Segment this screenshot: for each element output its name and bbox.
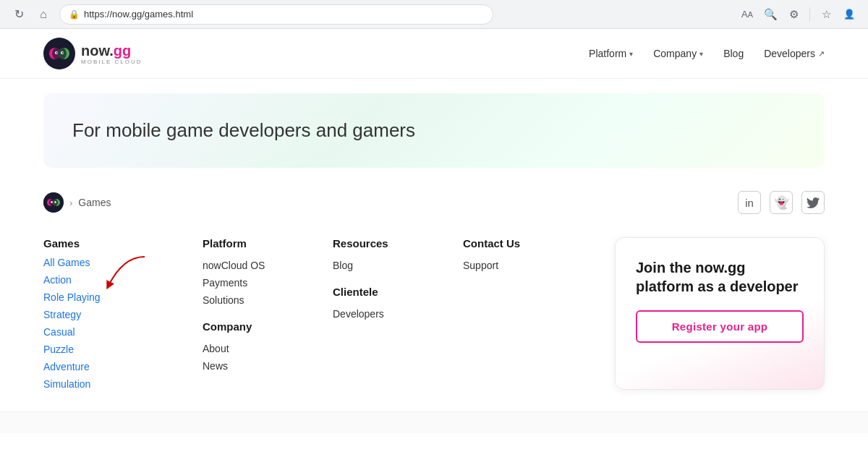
resources-column-links: Blog bbox=[333, 260, 434, 271]
platform-column: Platform nowCloud OS Payments Solutions … bbox=[203, 237, 304, 390]
link-blog[interactable]: Blog bbox=[333, 260, 434, 271]
contact-column-title: Contact Us bbox=[463, 237, 564, 250]
contact-column-links: Support bbox=[463, 260, 564, 271]
snapchat-icon[interactable]: 👻 bbox=[770, 191, 793, 214]
developer-card: Join the now.gg platform as a developer … bbox=[615, 237, 825, 390]
lock-icon: 🔒 bbox=[69, 9, 80, 20]
chevron-down-icon: ▾ bbox=[699, 50, 703, 58]
logo-name: now.gg bbox=[81, 43, 142, 59]
nav-link-simulation[interactable]: Simulation bbox=[43, 378, 159, 390]
link-about[interactable]: About bbox=[203, 343, 304, 354]
url-text: https://now.gg/games.html bbox=[84, 9, 193, 20]
svg-point-12 bbox=[51, 201, 53, 203]
platform-column-links: nowCloud OS Payments Solutions bbox=[203, 260, 304, 306]
text-size-button[interactable]: AA bbox=[737, 4, 757, 25]
nav-link-adventure[interactable]: Adventure bbox=[43, 361, 159, 372]
logo-now: now. bbox=[81, 43, 114, 59]
logo-icon bbox=[43, 38, 75, 69]
profile-button[interactable]: 👤 bbox=[839, 4, 859, 25]
social-icons: in 👻 bbox=[738, 191, 825, 214]
link-nowcloud-os[interactable]: nowCloud OS bbox=[203, 260, 304, 271]
logo-subtitle: MOBILE CLOUD bbox=[81, 59, 142, 65]
zoom-button[interactable]: 🔍 bbox=[760, 4, 780, 25]
nav-blog[interactable]: Blog bbox=[723, 48, 744, 59]
resources-column: Resources Blog Clientele Developers bbox=[333, 237, 434, 390]
games-navigation: Games All Games Action Role Playing Stra… bbox=[43, 237, 159, 390]
svg-point-6 bbox=[56, 52, 58, 54]
link-news[interactable]: News bbox=[203, 360, 304, 372]
link-payments[interactable]: Payments bbox=[203, 277, 304, 289]
nav-platform[interactable]: Platform ▾ bbox=[589, 48, 633, 59]
register-app-button[interactable]: Register your app bbox=[636, 310, 804, 343]
games-section-title: Games bbox=[43, 237, 159, 250]
linkedin-icon[interactable]: in bbox=[738, 191, 761, 214]
browser-chrome: ↻ ⌂ 🔒 https://now.gg/games.html AA 🔍 ⚙ ☆… bbox=[0, 0, 868, 29]
chevron-down-icon: ▾ bbox=[629, 50, 633, 58]
nav-link-casual[interactable]: Casual bbox=[43, 326, 159, 338]
link-solutions[interactable]: Solutions bbox=[203, 294, 304, 306]
nav-link-puzzle[interactable]: Puzzle bbox=[43, 344, 159, 355]
main-content: Games All Games Action Role Playing Stra… bbox=[0, 223, 868, 412]
logo-wordmark: now.gg MOBILE CLOUD bbox=[81, 43, 142, 65]
nav-link-strategy[interactable]: Strategy bbox=[43, 309, 159, 320]
external-link-icon: ↗ bbox=[818, 49, 825, 59]
platform-column-title: Platform bbox=[203, 237, 304, 250]
settings-button[interactable]: ⚙ bbox=[783, 4, 804, 25]
company-subsection: Company About News bbox=[203, 320, 304, 372]
breadcrumb-page: Games bbox=[78, 197, 111, 208]
nav-link-role-playing[interactable]: Role Playing bbox=[43, 291, 159, 303]
columns-area: Platform nowCloud OS Payments Solutions … bbox=[203, 237, 825, 390]
hero-banner: For mobile game developers and gamers bbox=[43, 93, 825, 168]
nav-developers[interactable]: Developers ↗ bbox=[764, 48, 825, 59]
page-content: now.gg MOBILE CLOUD Platform ▾ Company ▾… bbox=[0, 29, 868, 452]
clientele-subsection-title: Clientele bbox=[333, 286, 434, 298]
home-button[interactable]: ⌂ bbox=[33, 4, 54, 25]
company-subsection-title: Company bbox=[203, 320, 304, 333]
nav-link-action[interactable]: Action bbox=[43, 274, 159, 286]
hero-title: For mobile game developers and gamers bbox=[72, 119, 796, 142]
svg-point-3 bbox=[52, 46, 67, 61]
link-support[interactable]: Support bbox=[463, 260, 564, 271]
nav-link-all-games[interactable]: All Games bbox=[43, 257, 159, 268]
svg-point-11 bbox=[49, 198, 58, 207]
browser-right-icons: AA 🔍 ⚙ ☆ 👤 bbox=[737, 4, 859, 25]
company-links: About News bbox=[203, 343, 304, 372]
breadcrumb-bar: › Games in 👻 bbox=[0, 182, 868, 223]
site-header: now.gg MOBILE CLOUD Platform ▾ Company ▾… bbox=[0, 29, 868, 79]
dev-card-title: Join the now.gg platform as a developer bbox=[636, 258, 804, 296]
twitter-icon[interactable] bbox=[801, 191, 825, 214]
divider bbox=[809, 7, 810, 22]
browser-controls: ↻ ⌂ bbox=[9, 4, 54, 25]
clientele-links: Developers bbox=[333, 308, 434, 320]
contact-column: Contact Us Support bbox=[463, 237, 564, 390]
games-nav-links: All Games Action Role Playing Strategy C… bbox=[43, 257, 159, 390]
clientele-subsection: Clientele Developers bbox=[333, 286, 434, 320]
breadcrumb-logo-icon[interactable] bbox=[43, 192, 64, 213]
twitter-bird-icon bbox=[807, 197, 820, 208]
link-developers[interactable]: Developers bbox=[333, 308, 434, 320]
footer-area bbox=[0, 412, 868, 433]
breadcrumb: › Games bbox=[43, 192, 111, 213]
logo-area: now.gg MOBILE CLOUD bbox=[43, 38, 142, 69]
address-bar[interactable]: 🔒 https://now.gg/games.html bbox=[59, 4, 493, 25]
favorites-button[interactable]: ☆ bbox=[816, 4, 836, 25]
breadcrumb-logo-svg bbox=[43, 192, 64, 213]
nav-menu: Platform ▾ Company ▾ Blog Developers ↗ bbox=[589, 48, 825, 59]
reload-button[interactable]: ↻ bbox=[9, 4, 29, 25]
svg-point-13 bbox=[54, 201, 56, 203]
breadcrumb-separator: › bbox=[69, 197, 72, 208]
svg-point-7 bbox=[62, 52, 64, 54]
resources-column-title: Resources bbox=[333, 237, 434, 250]
nav-company[interactable]: Company ▾ bbox=[653, 48, 703, 59]
logo-gg: gg bbox=[114, 43, 131, 59]
